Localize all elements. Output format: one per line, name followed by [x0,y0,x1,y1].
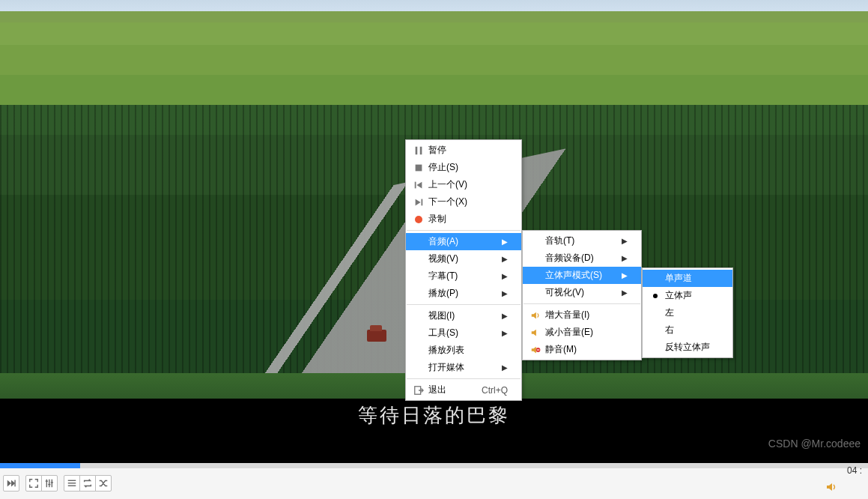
svg-rect-24 [68,483,76,483]
menu-visualization[interactable]: 可视化(V) ▶ [523,284,641,301]
svg-rect-17 [46,480,47,488]
menu-stop[interactable]: 停止(S) [406,159,521,176]
submenu-arrow-icon: ▶ [502,312,508,320]
menu-view[interactable]: 视图(I) ▶ [406,307,521,324]
volume-up-icon [527,310,544,321]
loop-button[interactable] [79,475,96,492]
svg-marker-14 [7,480,11,487]
menu-subtitle[interactable]: 字幕(T) ▶ [406,267,521,285]
quit-icon [410,385,427,396]
stop-icon [410,163,427,173]
context-menu: 暂停 停止(S) 上一个(V) 下一个(X) 录制 音频(A) [405,139,522,401]
svg-rect-21 [48,484,50,485]
menu-audio-device[interactable]: 音频设备(D) ▶ [523,250,641,267]
control-bar: 04 : [0,463,868,499]
pause-icon [410,145,427,156]
media-player: 等待日落的巴黎 CSDN @Mr.codeee 暂停 停止(S) 上一个(V) … [0,0,868,499]
menu-mute[interactable]: 静音(M) [523,341,641,358]
extended-settings-button[interactable] [41,475,58,492]
menu-left-channel[interactable]: 左 [643,304,732,321]
svg-rect-3 [415,181,416,188]
submenu-arrow-icon: ▶ [622,254,628,262]
menu-volume-up[interactable]: 增大音量(I) [523,306,641,324]
menu-volume-down[interactable]: 减小音量(E) [523,324,641,341]
menu-quit[interactable]: 退出 Ctrl+Q [406,381,521,399]
submenu-arrow-icon: ▶ [622,237,628,245]
svg-rect-2 [416,164,422,171]
menu-record[interactable]: 录制 [406,211,521,228]
separator [407,378,521,379]
menu-audio-track[interactable]: 音轨(T) ▶ [523,232,641,250]
svg-rect-18 [49,480,49,488]
menu-playback[interactable]: 播放(P) ▶ [406,285,521,302]
menu-playlist[interactable]: 播放列表 [406,342,521,359]
svg-rect-20 [46,481,48,482]
submenu-arrow-icon: ▶ [502,329,508,337]
menu-video[interactable]: 视频(V) ▶ [406,250,521,267]
video-area[interactable]: 等待日落的巴黎 CSDN @Mr.codeee 暂停 停止(S) 上一个(V) … [0,0,868,463]
subtitle-text: 等待日落的巴黎 [0,402,868,429]
progress-bar[interactable] [0,463,868,468]
shuffle-button[interactable] [95,475,112,492]
volume-icon[interactable] [825,481,838,496]
submenu-arrow-icon: ▶ [502,272,508,280]
fullscreen-button[interactable] [25,475,42,492]
svg-rect-19 [52,480,52,488]
svg-rect-23 [68,480,76,481]
submenu-arrow-icon: ▶ [622,288,628,297]
menu-stereo-mode[interactable]: 立体声模式(S) ▶ [523,267,641,284]
svg-marker-13 [827,483,832,491]
svg-marker-10 [532,346,536,353]
submenu-arrow-icon: ▶ [502,238,508,246]
menu-mono[interactable]: 单声道 [643,270,732,287]
svg-rect-16 [14,480,15,487]
volume-down-icon [527,327,544,338]
next-icon [410,197,427,208]
menu-pause[interactable]: 暂停 [406,142,521,159]
svg-marker-4 [416,181,422,188]
separator [523,303,640,304]
submenu-arrow-icon: ▶ [502,255,508,263]
menu-right-channel[interactable]: 右 [643,321,732,339]
svg-rect-25 [68,486,76,486]
menu-open-media[interactable]: 打开媒体 ▶ [406,359,521,376]
submenu-arrow-icon: ▶ [622,271,628,279]
playlist-button[interactable] [64,475,80,492]
submenu-arrow-icon: ▶ [502,363,508,372]
skip-forward-button[interactable] [3,475,19,492]
menu-audio[interactable]: 音频(A) ▶ [406,233,521,250]
menu-next[interactable]: 下一个(X) [406,193,521,211]
audio-submenu: 音轨(T) ▶ 音频设备(D) ▶ 立体声模式(S) ▶ 可视化(V) ▶ [522,230,642,360]
control-buttons [3,475,112,492]
menu-previous[interactable]: 上一个(V) [406,176,521,193]
previous-icon [410,180,427,190]
menu-reverse-stereo[interactable]: 反转立体声 [643,339,732,356]
separator [407,230,521,231]
svg-rect-5 [422,199,423,205]
selected-icon [647,294,664,298]
time-display: 04 : [847,465,862,476]
svg-marker-9 [532,329,536,336]
svg-marker-8 [532,312,536,318]
separator [407,304,521,305]
stereo-mode-submenu: 单声道 立体声 左 右 反转立体声 [642,267,733,358]
menu-stereo[interactable]: 立体声 [643,287,732,304]
svg-rect-1 [420,146,422,154]
menu-tools[interactable]: 工具(S) ▶ [406,324,521,342]
svg-rect-0 [416,146,418,154]
watermark: CSDN @Mr.codeee [768,438,861,450]
progress-fill [0,463,80,468]
mute-icon [527,345,544,355]
record-icon [410,216,427,223]
svg-rect-12 [537,349,540,350]
svg-marker-6 [416,199,421,205]
submenu-arrow-icon: ▶ [502,289,508,297]
svg-rect-22 [51,482,53,483]
